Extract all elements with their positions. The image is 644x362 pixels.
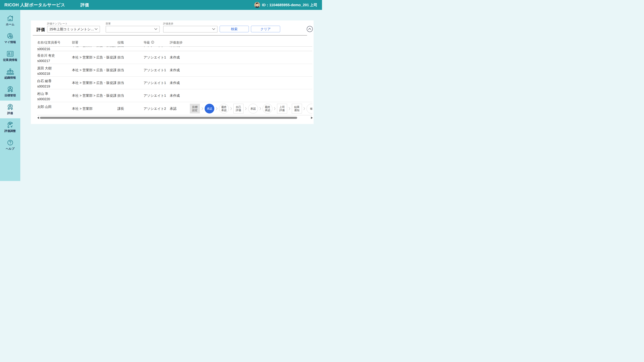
sidebar-item-home[interactable]: ホーム <box>0 12 20 29</box>
column-header-grade: 等級 <box>144 40 170 45</box>
search-button[interactable]: 検索 <box>220 26 249 32</box>
clear-button[interactable]: クリア <box>251 26 280 32</box>
cell-progress: 未作成 <box>170 77 312 89</box>
collapse-filter-button[interactable] <box>307 26 313 32</box>
cell-department: 本社 > 営業部 > 広告・販促課 <box>72 89 118 102</box>
table-row[interactable]: 白石 綾香 s000219 本社 > 営業部 > 広告・販促課 担当 アソシエイ… <box>37 77 312 89</box>
table-row[interactable]: 村山 準 s000220 本社 > 営業部 > 広告・販促課 担当 アソシエイト… <box>37 89 312 102</box>
step-approval-active: 承認 <box>204 104 214 113</box>
sidebar-item-evaluation[interactable]: 評価 <box>0 100 20 118</box>
step-goal-setting: 目標設定 <box>190 104 200 113</box>
sidebar-item-goal-management[interactable]: 目標管理 <box>0 83 20 100</box>
table-row[interactable]: 長谷川 有史 s000217 本社 > 営業部 > 広告・販促課 担当 アソシエ… <box>37 51 312 64</box>
step-final-approval-2: 最終承認 <box>263 104 272 113</box>
cell-progress: 未作成 <box>170 46 312 51</box>
step-supervisor-evaluation: 上司評価 <box>277 104 287 113</box>
cell-grade: アソシエイト2 <box>144 102 170 115</box>
cell-grade: アソシエイト1 <box>144 89 170 102</box>
evaluation-adjust-icon <box>6 121 14 128</box>
cell-role: 課長 <box>118 102 144 115</box>
evaluation-icon <box>6 104 14 110</box>
sidebar-item-org-info[interactable]: 組織情報 <box>0 65 20 83</box>
step-result-notification: 結果通知 <box>292 104 302 113</box>
filter-divider <box>33 35 307 35</box>
help-icon <box>7 139 14 146</box>
sidebar-item-label: マイ情報 <box>4 40 16 44</box>
template-filter: 評価テンプレート 25年上期コミットメントシ… <box>47 22 100 32</box>
org-info-icon <box>6 68 14 75</box>
step-confirmation-partial: 確 <box>306 104 312 113</box>
cell-role: 担当 <box>118 77 144 89</box>
sidebar-item-employee-info[interactable]: 従業員情報 <box>0 47 20 65</box>
employee-id: s000220 <box>37 97 50 101</box>
department-filter: 部署 <box>106 22 160 32</box>
scrollbar-thumb[interactable] <box>40 117 297 119</box>
table-row[interactable]: 原田 大樹 s000218 本社 > 営業部 > 広告・販促課 担当 アソシエイ… <box>37 64 312 76</box>
horizontal-scrollbar <box>37 116 312 119</box>
employee-name: 村山 準 <box>37 92 48 95</box>
table-row-partial[interactable]: s000216 本社 > 営業部 > 広告・販促課 担当 アソシエイト1 未作成 <box>37 46 312 51</box>
grade-info-icon[interactable] <box>151 41 154 44</box>
app-title: RICOH 人財ポータルサービス <box>4 2 65 8</box>
header-page-title: 評価 <box>80 2 89 8</box>
step-arrow-icon <box>260 107 261 110</box>
chevron-down-icon <box>94 28 98 31</box>
employee-name: 長谷川 有史 <box>37 54 55 57</box>
user-menu[interactable]: ID：1104685955-demo_201 上司 <box>254 2 317 8</box>
employee-id: s000217 <box>37 59 50 63</box>
sidebar-item-evaluation-adjust[interactable]: 評価調整 <box>0 118 20 136</box>
step-approval-2: 承認 <box>248 104 258 113</box>
section-title: 評価 <box>36 27 45 32</box>
cell-grade: アソシエイト1 <box>144 51 170 64</box>
sidebar-item-label: 従業員情報 <box>3 58 17 62</box>
cell-department: 本社 > 営業部 > 広告・販促課 <box>72 77 118 89</box>
progress-status: 承認 <box>170 106 190 111</box>
sidebar-item-label: 評価調整 <box>4 129 16 133</box>
scroll-left-arrow-icon[interactable] <box>37 117 39 119</box>
progress-select[interactable] <box>163 26 218 32</box>
sidebar-item-label: 評価 <box>8 111 13 115</box>
cell-grade: アソシエイト1 <box>144 64 170 76</box>
evaluation-table: 名前/従業員番号 部署 役職 等級 評価進捗 s000216 本社 > 営業 <box>37 37 312 119</box>
table-bottom-divider <box>37 115 312 115</box>
grade-header-label: 等級 <box>144 40 150 45</box>
sidebar-item-label: 組織情報 <box>4 76 16 80</box>
cell-role: 担当 <box>118 46 144 51</box>
column-header-department: 部署 <box>72 40 118 45</box>
step-arrow-icon <box>216 107 218 110</box>
sidebar: ホーム マイ情報 従業員情報 <box>0 10 20 181</box>
chevron-down-icon <box>154 28 157 31</box>
scroll-right-arrow-icon[interactable] <box>311 117 313 119</box>
step-arrow-icon <box>245 107 247 110</box>
home-icon <box>7 15 14 22</box>
my-info-icon <box>7 33 14 39</box>
employee-id: s000219 <box>37 84 50 88</box>
step-arrow-icon <box>304 107 305 110</box>
step-self-evaluation: 自己評価 <box>234 104 244 113</box>
employee-name: 原田 大樹 <box>37 66 52 70</box>
cell-progress: 承認 目標設定 承認 最終承認 <box>170 102 312 115</box>
chevron-down-icon <box>212 28 215 31</box>
cell-department: 本社 > 営業部 > 広告・販促課 <box>72 51 118 64</box>
template-filter-label: 評価テンプレート <box>47 22 100 25</box>
template-select[interactable]: 25年上期コミットメントシ… <box>47 26 100 32</box>
department-select[interactable] <box>106 26 160 32</box>
column-header-role: 役職 <box>118 40 144 45</box>
table-header-row: 名前/従業員番号 部署 役職 等級 評価進捗 <box>37 37 312 46</box>
employee-name: 白石 綾香 <box>37 79 52 83</box>
employee-id: s000216 <box>37 47 50 51</box>
cell-progress: 未作成 <box>170 51 312 64</box>
sidebar-item-help[interactable]: ヘルプ <box>0 136 20 154</box>
cell-role: 担当 <box>118 89 144 102</box>
sidebar-item-my-info[interactable]: マイ情報 <box>0 29 20 47</box>
avatar[interactable] <box>254 2 260 8</box>
cell-progress: 未作成 <box>170 64 312 76</box>
step-arrow-icon <box>202 107 203 110</box>
sidebar-item-label: ホーム <box>6 22 14 26</box>
column-header-progress: 評価進捗 <box>170 40 312 45</box>
table-row[interactable]: 太郎 山田 本社 > 営業部 課長 アソシエイト2 承認 目標設定 承認 <box>37 102 312 115</box>
progress-filter-label: 評価進捗 <box>163 22 218 25</box>
user-id-label: ID：1104685955-demo_201 上司 <box>262 2 317 7</box>
cell-department: 本社 > 営業部 > 広告・販促課 <box>72 64 118 76</box>
cell-role: 担当 <box>118 64 144 76</box>
